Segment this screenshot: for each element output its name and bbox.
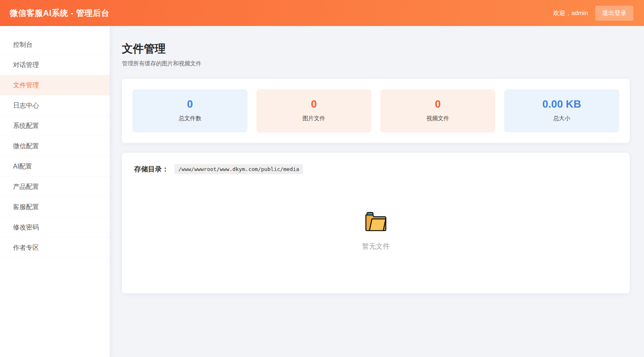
stat-total-files: 0 总文件数 xyxy=(132,89,247,132)
stat-total-size-value: 0.00 KB xyxy=(504,98,619,110)
stat-image-files-label: 图片文件 xyxy=(256,115,371,122)
app-title: 微信客服AI系统 - 管理后台 xyxy=(10,8,109,19)
stat-video-files-label: 视频文件 xyxy=(380,115,495,122)
sidebar-item-product-config[interactable]: 产品配置 xyxy=(0,177,110,197)
sidebar-item-author-zone[interactable]: 作者专区 xyxy=(0,238,110,258)
stat-total-files-label: 总文件数 xyxy=(132,115,247,122)
stat-total-files-value: 0 xyxy=(132,98,247,110)
stat-video-files: 0 视频文件 xyxy=(380,89,495,132)
files-card: 存储目录： /www/wwwroot/www.dkym.com/public/m… xyxy=(122,153,630,293)
header-right: 欢迎，admin 退出登录 xyxy=(553,6,633,21)
sidebar-item-wechat-config[interactable]: 微信配置 xyxy=(0,136,110,156)
stat-total-size-label: 总大小 xyxy=(504,115,619,122)
storage-directory-label: 存储目录： xyxy=(134,164,169,174)
stat-video-files-value: 0 xyxy=(380,98,495,110)
stats-card: 0 总文件数 0 图片文件 0 视频文件 0.00 KB 总大小 xyxy=(122,79,630,143)
sidebar-item-system-config[interactable]: 系统配置 xyxy=(0,116,110,136)
empty-state: 暂无文件 xyxy=(134,174,618,251)
sidebar: 控制台 对话管理 文件管理 日志中心 系统配置 微信配置 AI配置 产品配置 客… xyxy=(0,26,110,357)
page-layout: 控制台 对话管理 文件管理 日志中心 系统配置 微信配置 AI配置 产品配置 客… xyxy=(0,26,644,357)
sidebar-item-change-password[interactable]: 修改密码 xyxy=(0,217,110,238)
sidebar-item-logs[interactable]: 日志中心 xyxy=(0,95,110,116)
sidebar-item-dashboard[interactable]: 控制台 xyxy=(0,35,110,55)
logout-button[interactable]: 退出登录 xyxy=(595,6,633,21)
open-folder-icon xyxy=(364,212,387,232)
sidebar-item-service-config[interactable]: 客服配置 xyxy=(0,197,110,217)
page-title: 文件管理 xyxy=(122,41,630,56)
welcome-text: 欢迎，admin xyxy=(553,9,588,17)
stat-image-files-value: 0 xyxy=(256,98,371,110)
storage-directory-row: 存储目录： /www/wwwroot/www.dkym.com/public/m… xyxy=(134,164,618,174)
sidebar-item-files[interactable]: 文件管理 xyxy=(0,75,110,95)
stat-total-size: 0.00 KB 总大小 xyxy=(504,89,619,132)
storage-directory-path: /www/wwwroot/www.dkym.com/public/media xyxy=(174,164,303,174)
stat-image-files: 0 图片文件 xyxy=(256,89,371,132)
page-subtitle: 管理所有缓存的图片和视频文件 xyxy=(122,60,630,67)
sidebar-item-ai-config[interactable]: AI配置 xyxy=(0,156,110,177)
empty-state-text: 暂无文件 xyxy=(134,242,618,251)
main-content: 文件管理 管理所有缓存的图片和视频文件 0 总文件数 0 图片文件 0 视频文件… xyxy=(110,26,644,357)
app-header: 微信客服AI系统 - 管理后台 欢迎，admin 退出登录 xyxy=(0,0,644,26)
sidebar-item-conversations[interactable]: 对话管理 xyxy=(0,55,110,75)
